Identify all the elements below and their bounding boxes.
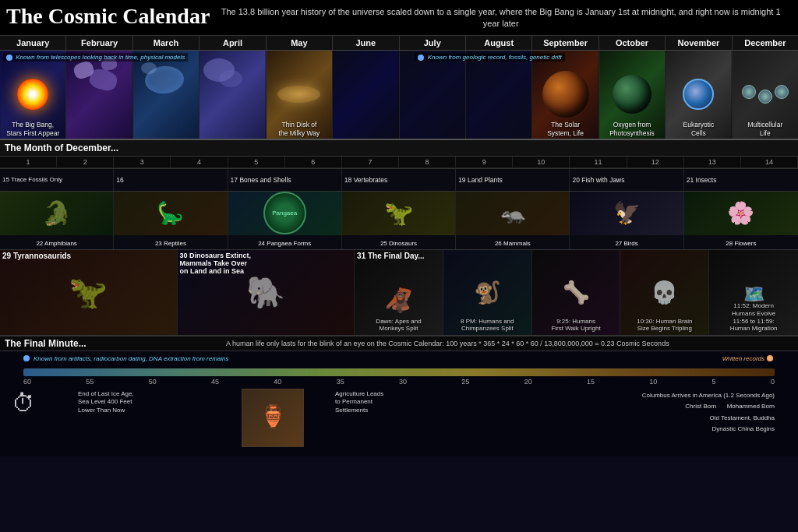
month-april: April	[200, 36, 266, 50]
artifact-dot	[23, 355, 30, 361]
written-dot	[767, 355, 773, 361]
month-july: July	[400, 36, 466, 50]
subtitle-text: The 13.8 billion year history of the uni…	[210, 5, 792, 32]
timeline-section: Known from artifacts, radiocarbon dating…	[0, 351, 798, 456]
month-february: February	[66, 36, 132, 50]
event-925: 🦴 9:25: HumansFirst Walk Upright	[532, 250, 621, 335]
day-1: 1	[0, 157, 57, 168]
month-img-june	[333, 51, 399, 139]
event-29: 29 Tyrannosaurids 🦖	[0, 250, 178, 335]
geologic-label: Known from geologic record, fossils, gen…	[428, 54, 562, 61]
day-4: 4	[171, 157, 228, 168]
telescope-dot	[6, 55, 12, 61]
december-header: The Month of December...	[0, 140, 798, 157]
december-title: The Month of December...	[5, 143, 118, 153]
dec-events-row2: 🐊 22 Amphibians 🦕 23 Reptiles Pangaea 24…	[0, 192, 798, 250]
event-22: 🐊 22 Amphibians	[0, 192, 114, 249]
month-img-august	[466, 51, 532, 139]
month-img-october: Oxygen fromPhotosynthesis	[599, 51, 666, 139]
months-row: January February March April May June Ju…	[0, 36, 798, 51]
month-img-september: The SolarSystem, Life	[532, 51, 598, 139]
event-28: 🌸 28 Flowers	[684, 192, 798, 249]
day-6: 6	[285, 157, 342, 168]
month-may: May	[267, 36, 333, 50]
event-1030: 💀 10:30: Human BrainSize Begins Tripling	[620, 250, 709, 335]
day-numbers-grid: 1 2 3 4 5 6 7 8 9 10 11 12 13 14	[0, 157, 798, 169]
timeline-numbers: 605550454035302520151050	[23, 378, 775, 386]
may-label: Thin Disk ofthe Milky Way	[268, 121, 330, 136]
event-17: 17 Bones and Shells	[228, 169, 342, 191]
event-20: 20 Fish with Jaws	[570, 169, 683, 191]
event-26: 🦡 26 Mammals	[456, 192, 570, 249]
day-10: 10	[513, 157, 570, 168]
timeline-bar	[23, 368, 775, 376]
event-15: 15 Trace Fossils Only	[0, 169, 114, 191]
event-27: 🦅 27 Birds	[570, 192, 683, 249]
event-ice-age: End of Last Ice Age,Sea Level 400 FeetLo…	[78, 390, 148, 414]
title-block: The Cosmic Calendar	[6, 5, 210, 29]
day-5: 5	[228, 157, 285, 168]
event-23: 🦕 23 Reptiles	[114, 192, 228, 249]
month-img-december: MulticellularLife	[733, 51, 798, 139]
day-13: 13	[684, 157, 741, 168]
day-12: 12	[627, 157, 684, 168]
artifact-label: Known from artifacts, radiocarbon dating…	[34, 355, 228, 362]
month-img-may: Thin Disk ofthe Milky Way	[267, 51, 333, 139]
month-img-july	[400, 51, 466, 139]
event-21: 21 Insects	[684, 169, 798, 191]
month-december: December	[733, 36, 798, 50]
trex-icon: 🦖	[0, 250, 177, 335]
event-19: 19 Land Plants	[456, 169, 570, 191]
event-18: 18 Vertebrates	[342, 169, 456, 191]
written-label: Written records	[722, 355, 764, 362]
month-img-february	[66, 51, 132, 139]
month-img-march	[133, 51, 200, 139]
final-minute-subtitle: A human life only lasts for the blink of…	[102, 340, 793, 347]
event-agriculture: Agriculture Leadsto PermanentSettlements	[335, 390, 405, 414]
event-25: 🦖 25 Dinosaurs	[342, 192, 456, 249]
month-november: November	[666, 36, 732, 50]
page-title: The Cosmic Calendar	[6, 5, 210, 29]
event-1152: 🗺️ 11:52: ModernHumans Evolve11:56 to 11…	[709, 250, 798, 335]
event-30: 30 Dinosaurs Extinct,Mammals Take Overon…	[178, 250, 355, 335]
egypt-image: 🏺	[242, 389, 304, 447]
telescope-label: Known from telescopes looking back in ti…	[16, 54, 185, 61]
day-2: 2	[57, 157, 114, 168]
event-31-title: 31 The Final Day... 🦧 Dawn: Apes andMonk…	[355, 250, 443, 335]
main-container: The Cosmic Calendar The 13.8 billion yea…	[0, 0, 798, 532]
right-events: Columbus Arrives in America (1.2 Seconds…	[603, 390, 775, 435]
december-label: MulticellularLife	[734, 121, 796, 136]
january-label: The Big Bang,Stars First Appear	[2, 121, 64, 136]
mammal-icon: 🐘	[178, 250, 355, 335]
event-8pm: 🐒 8 PM: Humans andChimpanzees Split	[443, 250, 532, 335]
day-7: 7	[342, 157, 399, 168]
september-label: The SolarSystem, Life	[534, 121, 596, 136]
geologic-dot	[418, 55, 424, 61]
month-january: January	[0, 36, 66, 50]
month-june: June	[333, 36, 399, 50]
november-label: EukaryoticCells	[667, 121, 729, 136]
day-8: 8	[399, 157, 456, 168]
month-img-april	[200, 51, 266, 139]
final-minute-title: The Final Minute...	[5, 338, 87, 349]
final-day-row: 29 Tyrannosaurids 🦖 30 Dinosaurs Extinct…	[0, 250, 798, 336]
dec-events-row1: 15 Trace Fossils Only 16 17 Bones and Sh…	[0, 169, 798, 192]
month-october: October	[599, 36, 666, 50]
month-september: September	[532, 36, 598, 50]
day-11: 11	[570, 157, 627, 168]
day-9: 9	[456, 157, 513, 168]
stopwatch-icon: ⏱	[12, 390, 35, 417]
day-3: 3	[114, 157, 171, 168]
header: The Cosmic Calendar The 13.8 billion yea…	[0, 0, 798, 36]
day-14: 14	[741, 157, 798, 168]
month-img-january: The Big Bang,Stars First Appear	[0, 51, 66, 139]
october-label: Oxygen fromPhotosynthesis	[601, 121, 663, 136]
month-img-november: EukaryoticCells	[666, 51, 732, 139]
event-24: Pangaea 24 Pangaea Forms	[228, 192, 342, 249]
month-august: August	[466, 36, 532, 50]
images-row: Known from telescopes looking back in ti…	[0, 51, 798, 140]
event-16: 16	[114, 169, 228, 191]
final-minute-header: The Final Minute... A human life only la…	[0, 336, 798, 351]
month-march: March	[133, 36, 200, 50]
